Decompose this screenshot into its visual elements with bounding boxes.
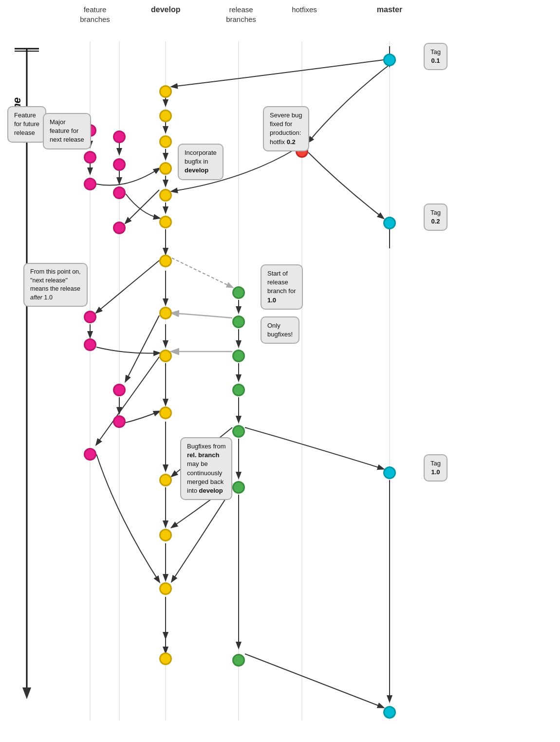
callout-tag-01: Tag 0.1	[424, 43, 448, 70]
node-develop-4	[159, 162, 172, 175]
callout-severe-bug: Severe bugfixed forproduction:hotfix 0.2	[263, 106, 309, 151]
node-feature3-1	[84, 311, 96, 323]
callout-incorporate: Incorporatebugfix indevelop	[178, 144, 224, 180]
node-feature2-1	[113, 130, 126, 143]
callout-feature-future-text: Featurefor futurerelease	[14, 111, 39, 136]
node-master-3	[383, 466, 396, 479]
callout-only-bugfixes-text: Onlybugfixes!	[267, 322, 293, 338]
tag-label-02: Tag	[430, 209, 441, 216]
node-develop-2	[159, 110, 172, 122]
node-master-4	[383, 706, 396, 719]
node-release-6	[232, 481, 245, 494]
callout-start-release-text: Start ofreleasebranch for1.0	[267, 270, 296, 304]
callout-from-this-text: From this point on,"next release"means t…	[30, 268, 81, 301]
node-master-1	[383, 54, 396, 66]
node-develop-final	[159, 652, 172, 665]
node-release-5	[232, 425, 245, 438]
node-develop-5	[159, 189, 172, 202]
node-develop-9	[159, 350, 172, 362]
node-feature1-2	[84, 151, 96, 164]
node-develop-6	[159, 216, 172, 228]
callout-bugfixes-rel-text: Bugfixes fromrel. branchmay becontinuous…	[187, 443, 225, 494]
node-develop-8	[159, 307, 172, 319]
tag-label-10: Tag	[430, 460, 441, 467]
node-release-1	[232, 286, 245, 299]
callout-incorporate-text: Incorporatebugfix indevelop	[185, 149, 217, 174]
node-develop-13	[159, 582, 172, 595]
node-develop-12	[159, 529, 172, 541]
node-feature2-2	[113, 158, 126, 171]
node-develop-11	[159, 474, 172, 486]
node-release-3	[232, 350, 245, 362]
col-label-feature: featurebranches	[75, 5, 114, 24]
node-release-final	[232, 654, 245, 667]
node-feature2-4	[113, 222, 126, 234]
callout-bugfixes-rel: Bugfixes fromrel. branchmay becontinuous…	[180, 437, 232, 500]
node-feature3-2	[84, 338, 96, 351]
node-develop-3	[159, 135, 172, 148]
callout-severe-bug-text: Severe bugfixed forproduction:hotfix 0.2	[270, 111, 302, 146]
node-develop-1	[159, 85, 172, 98]
callout-tag-02: Tag 0.2	[424, 204, 448, 231]
tag-value-02: 0.2	[431, 218, 440, 225]
callout-feature-future: Featurefor futurerelease	[7, 106, 46, 143]
callout-tag-10: Tag 1.0	[424, 454, 448, 482]
node-release-2	[232, 315, 245, 328]
svg-line-19	[172, 258, 232, 287]
node-feature4-3	[84, 448, 96, 461]
col-label-hotfix: hotfixes	[287, 5, 321, 15]
callout-major-feature: Majorfeature fornext release	[43, 113, 91, 149]
callout-start-release: Start ofreleasebranch for1.0	[261, 264, 303, 310]
node-feature4-1	[113, 384, 126, 396]
node-develop-7	[159, 255, 172, 267]
callout-only-bugfixes: Onlybugfixes!	[261, 316, 299, 344]
node-master-2	[383, 217, 396, 229]
col-label-release: releasebranches	[222, 5, 261, 24]
node-feature1-3	[84, 178, 96, 190]
node-release-4	[232, 384, 245, 396]
node-feature4-2	[113, 415, 126, 428]
node-feature2-3	[113, 186, 126, 199]
callout-major-feature-text: Majorfeature fornext release	[50, 118, 84, 143]
tag-value-10: 1.0	[431, 468, 440, 476]
callout-from-this-point: From this point on,"next release"means t…	[23, 263, 88, 307]
tag-label-01: Tag	[430, 48, 441, 56]
node-develop-10	[159, 407, 172, 419]
col-label-master: master	[375, 5, 404, 15]
tag-value-01: 0.1	[431, 57, 440, 64]
col-label-develop: develop	[151, 5, 180, 15]
